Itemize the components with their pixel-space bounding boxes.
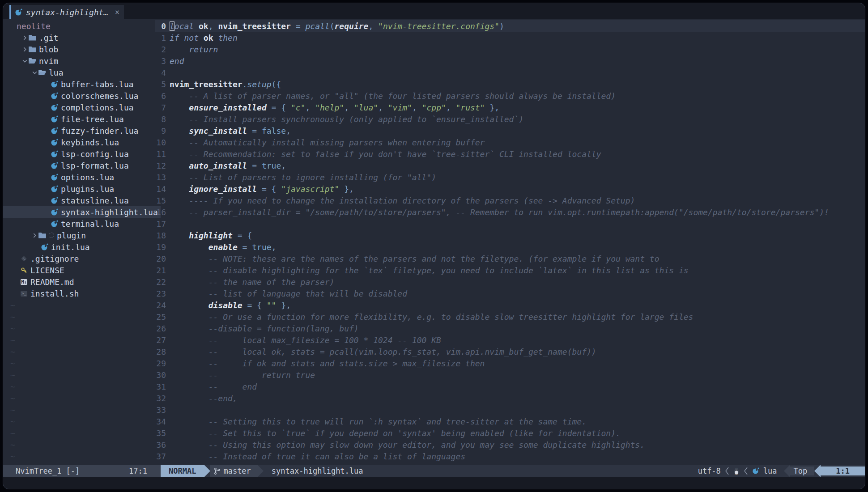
code-line-30[interactable]: 30 -- return true <box>155 369 865 381</box>
code-line-1[interactable]: 1if not ok then <box>155 32 865 43</box>
tree-item-readme-md[interactable]: M↓README.md <box>3 276 161 288</box>
tree-item-keybinds-lua[interactable]: keybinds.lua <box>3 136 161 148</box>
code-line-21[interactable]: 21 -- disable highlighting for the `tex`… <box>155 264 865 276</box>
code-line-10[interactable]: 10 -- Automatically install missing pars… <box>155 136 865 148</box>
block-cursor: l <box>170 21 174 31</box>
code-line-9[interactable]: 9 sync_install = false, <box>155 125 865 136</box>
close-icon[interactable]: × <box>115 8 119 17</box>
code-line-4[interactable]: 4 <box>155 67 865 78</box>
key-icon <box>20 267 28 274</box>
line-number: 16 <box>155 208 166 217</box>
tree-item-statusline-lua[interactable]: statusline.lua <box>3 195 161 206</box>
code-line-6[interactable]: 6 -- A list of parser names, or "all" (t… <box>155 90 865 102</box>
code-line-29[interactable]: 29 -- if ok and stats and stats.size > m… <box>155 357 865 369</box>
code-line-3[interactable]: 3end <box>155 55 865 67</box>
tree-item--git[interactable]: .git <box>3 32 161 43</box>
line-number: 25 <box>155 312 166 322</box>
code-line-34[interactable]: 34 -- Setting this to true will run `:h … <box>155 416 865 427</box>
tree-item-plugin[interactable]: plugin <box>3 229 161 241</box>
line-number: 3 <box>155 56 166 66</box>
chevron-right-icon[interactable] <box>21 35 29 41</box>
code-line-14[interactable]: 14 ignore_install = { "javascript" }, <box>155 183 865 195</box>
folder-closed-icon <box>38 232 46 238</box>
tree-item-lsp-config-lua[interactable]: lsp-config.lua <box>3 148 161 160</box>
empty-line-tilde: ~ <box>3 346 161 357</box>
lua-file-icon <box>51 174 58 181</box>
tree-item-license[interactable]: LICENSE <box>3 264 161 276</box>
code-line-28[interactable]: 28 -- local ok, stats = pcall(vim.loop.f… <box>155 346 865 357</box>
tree-item-label: plugin <box>57 231 86 240</box>
code-line-27[interactable]: 27 -- local max_filesize = 100 * 1024 --… <box>155 334 865 346</box>
chevron-down-icon[interactable] <box>31 70 38 76</box>
code-line-32[interactable]: 32 --end, <box>155 392 865 404</box>
tree-item-completions-lua[interactable]: completions.lua <box>3 102 161 113</box>
code-line-11[interactable]: 11 -- Recommendation: set to false if yo… <box>155 148 865 160</box>
code-line-36[interactable]: 36 -- Using this option may slow down yo… <box>155 439 865 450</box>
markdown-icon: M↓ <box>20 279 28 285</box>
tree-cursor-position: 17:1 <box>129 467 147 475</box>
tree-item-options-lua[interactable]: options.lua <box>3 171 161 183</box>
code-line-0[interactable]: 0local ok, nvim_treesitter = pcall(requi… <box>155 20 865 32</box>
tree-item-buffer-tabs-lua[interactable]: buffer-tabs.lua <box>3 78 161 90</box>
empty-line-tilde: ~ <box>3 404 161 416</box>
code-line-35[interactable]: 35 -- Set this to `true` if you depend o… <box>155 427 865 439</box>
code-line-15[interactable]: 15 ---- If you need to change the instal… <box>155 195 865 206</box>
line-number: 29 <box>155 359 166 368</box>
tree-item-syntax-highlight-lua[interactable]: syntax-highlight.lua <box>3 206 161 218</box>
tree-root-label[interactable]: neolite <box>3 20 161 32</box>
git-branch-label: master <box>223 467 251 475</box>
line-number: 8 <box>155 115 166 124</box>
code-line-text: --end, <box>170 394 238 403</box>
code-line-18[interactable]: 18 highlight = { <box>155 229 865 241</box>
code-line-7[interactable]: 7 ensure_installed = { "c", "help", "lua… <box>155 102 865 113</box>
code-line-33[interactable]: 33 <box>155 404 865 416</box>
tree-item-colorschemes-lua[interactable]: colorschemes.lua <box>3 90 161 102</box>
code-line-5[interactable]: 5nvim_treesitter.setup({ <box>155 78 865 90</box>
encoding-label: utf-8 <box>698 467 721 475</box>
tree-item--gitignore[interactable]: .gitignore <box>3 253 161 264</box>
code-line-20[interactable]: 20 -- NOTE: these are the names of the p… <box>155 253 865 264</box>
tree-item-init-lua[interactable]: init.lua <box>3 241 161 253</box>
tree-item-fuzzy-finder-lua[interactable]: fuzzy-finder.lua <box>3 125 161 136</box>
code-line-22[interactable]: 22 -- the name of the parser) <box>155 276 865 288</box>
code-line-13[interactable]: 13 -- List of parsers to ignore installi… <box>155 171 865 183</box>
lua-file-icon <box>51 139 58 146</box>
tree-item-blob[interactable]: blob <box>3 43 161 55</box>
tree-item-label: blob <box>39 45 58 54</box>
tree-item-nvim[interactable]: nvim <box>3 55 161 67</box>
chevron-down-icon[interactable] <box>21 58 29 64</box>
line-number: 31 <box>155 382 166 391</box>
code-line-19[interactable]: 19 enable = true, <box>155 241 865 253</box>
chevron-right-icon[interactable] <box>31 233 38 238</box>
code-buffer[interactable]: 0local ok, nvim_treesitter = pcall(requi… <box>155 20 865 462</box>
tree-item-lsp-format-lua[interactable]: lsp-format.lua <box>3 160 161 171</box>
tree-item-lua[interactable]: lua <box>3 67 161 78</box>
shell-icon: >_ <box>20 291 28 297</box>
code-line-text: -- local max_filesize = 100 * 1024 -- 10… <box>170 335 441 345</box>
code-line-37[interactable]: 37 -- Instead of true it can also be a l… <box>155 450 865 462</box>
code-line-31[interactable]: 31 -- end <box>155 381 865 392</box>
code-line-8[interactable]: 8 -- Install parsers synchronously (only… <box>155 113 865 125</box>
tree-item-file-tree-lua[interactable]: file-tree.lua <box>3 113 161 125</box>
tree-item-plugins-lua[interactable]: plugins.lua <box>3 183 161 195</box>
empty-line-tilde: ~ <box>3 439 161 450</box>
code-line-12[interactable]: 12 auto_install = true, <box>155 160 865 171</box>
empty-line-tilde: ~ <box>3 357 161 369</box>
code-line-2[interactable]: 2 return <box>155 43 865 55</box>
folder-open-icon <box>29 58 36 64</box>
code-line-17[interactable]: 17 <box>155 218 865 229</box>
code-line-text: ignore_install = { "javascript" }, <box>170 184 354 194</box>
code-line-25[interactable]: 25 -- Or use a function for more flexibi… <box>155 311 865 322</box>
lua-file-icon <box>51 115 58 123</box>
lua-icon <box>15 8 22 16</box>
tree-item-terminal-lua[interactable]: terminal.lua <box>3 218 161 229</box>
code-line-23[interactable]: 23 -- list of language that will be disa… <box>155 288 865 299</box>
tab-syntax-highlight[interactable]: syntax-highlight… × <box>9 5 124 19</box>
code-line-24[interactable]: 24 disable = { "" }, <box>155 299 865 311</box>
code-line-16[interactable]: 16 -- parser_install_dir = "/some/path/t… <box>155 206 865 218</box>
command-line[interactable] <box>3 477 865 489</box>
chevron-right-icon[interactable] <box>21 47 29 52</box>
lua-file-icon <box>51 162 58 170</box>
tree-item-install-sh[interactable]: >_install.sh <box>3 288 161 299</box>
code-line-26[interactable]: 26 --disable = function(lang, buf) <box>155 322 865 334</box>
